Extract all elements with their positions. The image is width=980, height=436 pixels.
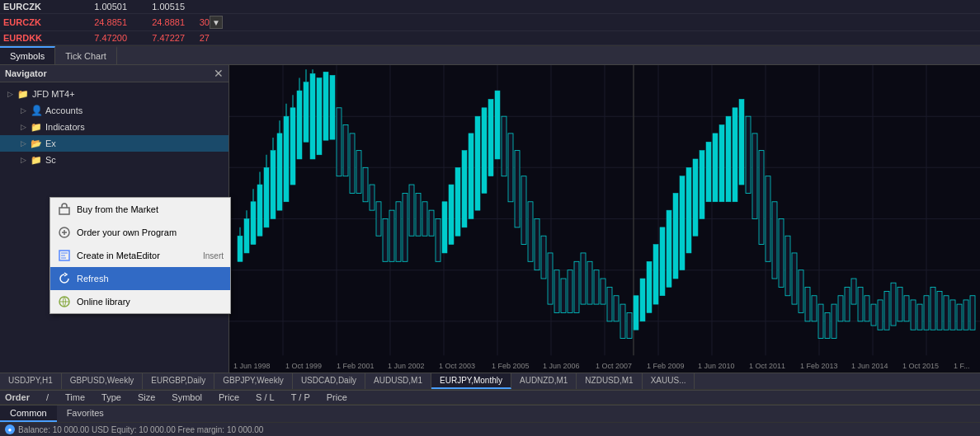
svg-rect-85	[561, 279, 566, 312]
symbol-bid: 7.47200	[69, 33, 127, 43]
svg-rect-97	[640, 279, 645, 321]
online-icon	[57, 294, 72, 309]
svg-rect-138	[911, 300, 916, 330]
expand-icon: ▷	[16, 137, 30, 150]
svg-text:1 Jun 2002: 1 Jun 2002	[388, 362, 425, 370]
tree-item-jfd[interactable]: ▷ 📁 JFD MT4+	[0, 86, 229, 102]
svg-rect-90	[594, 270, 599, 304]
chart-tab-eurjpy[interactable]: EURJPY,Monthly	[431, 373, 511, 389]
chart-tab-usdcad[interactable]: USDCAD,Daily	[293, 373, 365, 389]
navigator-header: Navigator ✕	[0, 65, 229, 82]
context-menu: Buy from the Market Order your own Progr…	[49, 197, 231, 314]
svg-text:1 F...: 1 F...	[954, 362, 970, 370]
svg-rect-58	[383, 219, 388, 262]
tab-tick-chart[interactable]: Tick Chart	[55, 46, 117, 64]
symbol-row-eurczk1: EURCZK 1.00501 1.00515	[0, 0, 980, 14]
tree-item-label: Indicators	[45, 122, 85, 132]
symbol-name: EURCZK	[3, 17, 69, 27]
menu-item-label: Buy from the Market	[77, 204, 158, 214]
close-navigator-button[interactable]: ✕	[214, 68, 224, 79]
navigator-title: Navigator	[5, 68, 47, 78]
svg-text:1 Jun 2014: 1 Jun 2014	[851, 362, 888, 370]
svg-rect-60	[396, 202, 401, 262]
chart-tab-audnzd[interactable]: AUDNZD,M1	[511, 373, 577, 389]
chart-tab-gbpusd[interactable]: GBPUSD,Weekly	[62, 373, 144, 389]
svg-rect-125	[825, 312, 830, 338]
svg-rect-59	[389, 210, 394, 261]
svg-rect-102	[673, 193, 678, 279]
svg-rect-114	[752, 134, 757, 219]
tab-common[interactable]: Common	[0, 406, 57, 422]
svg-text:1 Oct 1999: 1 Oct 1999	[285, 362, 322, 370]
order-col-price: Price	[219, 392, 239, 402]
tree-item-indicators[interactable]: ▷ 📁 Indicators	[0, 119, 229, 135]
symbol-list: EURCZK 1.00501 1.00515 EURCZK 24.8851 24…	[0, 0, 980, 46]
svg-rect-27	[257, 185, 262, 236]
tree-item-accounts[interactable]: ▷ 👤 Accounts	[0, 102, 229, 119]
status-icon: ●	[5, 424, 15, 434]
menu-shortcut: Insert	[203, 251, 224, 260]
svg-rect-0	[59, 208, 69, 214]
svg-text:1 Oct 2003: 1 Oct 2003	[439, 362, 475, 370]
svg-rect-119	[785, 236, 790, 296]
svg-rect-139	[917, 304, 922, 330]
svg-rect-63	[416, 193, 421, 236]
symbol-row-eurczk2: EURCZK 24.8851 24.8881 30 ▼	[0, 14, 980, 31]
svg-rect-132	[871, 304, 876, 326]
svg-rect-93	[614, 296, 619, 321]
chart-tab-nzdusd[interactable]: NZDUSD,M1	[577, 373, 642, 389]
svg-rect-109	[719, 125, 724, 202]
svg-rect-134	[884, 292, 889, 331]
context-menu-create[interactable]: Create in MetaEditor Insert	[50, 244, 230, 267]
chart-tab-xauus[interactable]: XAUUS...	[643, 373, 695, 389]
context-menu-refresh[interactable]: Refresh	[50, 267, 230, 290]
svg-rect-104	[686, 167, 691, 253]
svg-rect-51	[337, 108, 342, 176]
context-menu-buy[interactable]: Buy from the Market	[50, 198, 230, 221]
svg-text:1 Oct 2015: 1 Oct 2015	[902, 362, 939, 370]
svg-rect-146	[964, 300, 968, 330]
svg-rect-34	[304, 82, 309, 143]
chart-tab-gbpjpy[interactable]: GBPJPY,Weekly	[214, 373, 293, 389]
chart-tab-usdjpy[interactable]: USDJPY,H1	[0, 373, 62, 389]
scroll-down-button[interactable]: ▼	[210, 16, 223, 29]
svg-rect-143	[944, 296, 949, 330]
context-menu-online[interactable]: Online library	[50, 290, 230, 313]
svg-rect-33	[297, 91, 302, 159]
svg-rect-57	[376, 202, 381, 236]
svg-rect-105	[693, 159, 698, 236]
svg-rect-52	[343, 125, 348, 176]
svg-text:1 Jun 1998: 1 Jun 1998	[233, 362, 271, 370]
context-menu-order[interactable]: Order your own Program	[50, 221, 230, 244]
svg-rect-83	[548, 253, 553, 304]
chart-tab-eurgbp[interactable]: EURGBP,Daily	[143, 373, 214, 389]
svg-rect-101	[667, 210, 671, 287]
svg-rect-74	[488, 99, 493, 176]
svg-rect-66	[436, 219, 441, 262]
svg-rect-72	[475, 116, 480, 210]
expand-icon: ▷	[16, 153, 30, 166]
svg-rect-67	[442, 202, 447, 253]
tree-item-experts[interactable]: ▷ 📂 Ex	[0, 135, 229, 152]
tree-item-scripts[interactable]: ▷ 📁 Sc	[0, 152, 229, 168]
svg-rect-108	[713, 134, 718, 202]
svg-rect-136	[898, 287, 902, 321]
tree-item-label: Sc	[45, 155, 56, 165]
expert-icon: 📂	[30, 137, 43, 150]
chart-tab-audusd[interactable]: AUDUSD,M1	[365, 373, 431, 389]
svg-rect-80	[528, 202, 533, 262]
chart-area[interactable]: 1 Jun 1998 1 Oct 1999 1 Feb 2001 1 Jun 2…	[229, 65, 980, 373]
tab-favorites[interactable]: Favorites	[57, 406, 114, 422]
order-col-sl: S / L	[256, 392, 275, 402]
tab-symbols[interactable]: Symbols	[0, 46, 55, 64]
chart-tabs: USDJPY,H1 GBPUSD,Weekly EURGBP,Daily GBP…	[0, 373, 980, 390]
svg-rect-37	[323, 72, 328, 140]
svg-text:1 Oct 2011: 1 Oct 2011	[749, 362, 785, 370]
svg-rect-99	[653, 245, 658, 305]
svg-rect-65	[429, 210, 434, 236]
svg-rect-26	[251, 202, 256, 245]
svg-rect-95	[627, 312, 632, 338]
svg-rect-32	[290, 108, 295, 185]
svg-rect-118	[779, 219, 784, 288]
svg-rect-98	[647, 261, 652, 312]
